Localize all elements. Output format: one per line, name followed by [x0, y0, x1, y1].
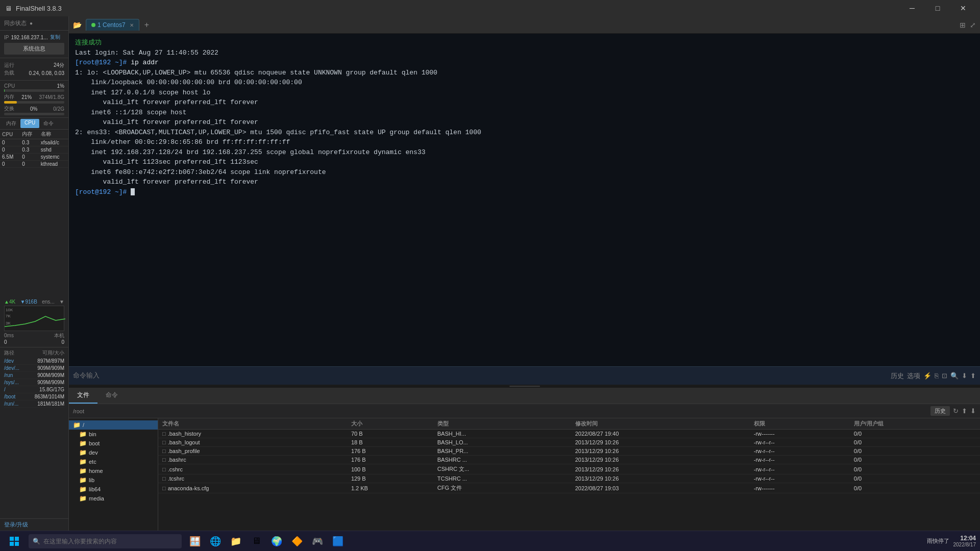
- file-icon: □: [162, 457, 166, 463]
- taskbar-app-button[interactable]: 🔶: [288, 532, 306, 550]
- net-recv: 0: [61, 339, 64, 345]
- lightning-button[interactable]: ⚡: [923, 372, 932, 380]
- file-list: 文件名大小类型修改时间权限用户/用户组 □.bash_history 70 B …: [158, 418, 980, 531]
- tree-item[interactable]: 📁etc: [69, 457, 158, 466]
- conn-tab-close[interactable]: ✕: [130, 22, 134, 28]
- search-button[interactable]: 🔍: [950, 372, 959, 380]
- file-row[interactable]: □.bash_history 70 B BASH_HI... 2022/08/2…: [158, 430, 980, 438]
- history-toolbar-button[interactable]: 历史: [930, 406, 950, 416]
- folder-icon: 📁: [79, 467, 87, 474]
- fb-col-size[interactable]: 大小: [347, 418, 433, 430]
- runtime-section: 运行 24分 负载 0.24, 0.08, 0.03: [0, 58, 68, 81]
- mem-label: 内存: [4, 93, 14, 101]
- terminal-line: [root@192 ~]#: [75, 187, 974, 197]
- fb-col-name[interactable]: 文件名: [158, 418, 347, 430]
- login-upgrade-button[interactable]: 登录/升级: [4, 521, 28, 529]
- tree-item[interactable]: 📁lib: [69, 475, 158, 485]
- fb-col-perms[interactable]: 权限: [750, 418, 850, 430]
- proc-tab-mem[interactable]: 内存: [2, 119, 20, 128]
- conn-tab-centos7[interactable]: 1 Centos7 ✕: [86, 19, 139, 31]
- add-tab-button[interactable]: +: [141, 20, 152, 30]
- tree-item[interactable]: 📁media: [69, 494, 158, 503]
- fb-col-modified[interactable]: 修改时间: [571, 418, 750, 430]
- file-row[interactable]: □.bashrc 176 B BASHRC ... 2013/12/29 10:…: [158, 456, 980, 464]
- copy-button[interactable]: ⎘: [935, 372, 939, 380]
- time-display: 12:04: [953, 535, 976, 542]
- minimize-button[interactable]: ─: [900, 0, 924, 16]
- proc-col-cpu: CPU: [0, 130, 20, 139]
- folder-icon[interactable]: 📂: [73, 21, 82, 29]
- taskbar-app-button[interactable]: 🪟: [186, 532, 204, 550]
- file-row[interactable]: □anaconda-ks.cfg 1.2 KB CFG 文件 2022/08/2…: [158, 483, 980, 493]
- app-title-text: FinalShell 3.8.3: [16, 5, 62, 12]
- terminal-line: [root@192 ~]# ip addr: [75, 58, 974, 68]
- sys-info-button[interactable]: 系统信息: [4, 43, 64, 55]
- runtime-label: 运行: [4, 62, 14, 69]
- disk-row: /15.8G/17G: [4, 386, 64, 393]
- net-expand-icon[interactable]: ▼: [59, 299, 64, 305]
- file-row[interactable]: □.bash_profile 176 B BASH_PR... 2013/12/…: [158, 447, 980, 456]
- process-tabs: 内存 CPU 命令: [0, 118, 68, 130]
- option-button[interactable]: 选项: [907, 371, 920, 381]
- disk-col-path: 路径: [4, 349, 14, 357]
- download-file-button[interactable]: ⬇: [970, 407, 976, 415]
- taskbar-app-button[interactable]: 🌍: [267, 532, 286, 550]
- fb-col-type[interactable]: 类型: [433, 418, 571, 430]
- folder-icon: 📁: [79, 495, 87, 502]
- terminal-line: valid_lft 1123sec preferred_lft 1123sec: [75, 157, 974, 167]
- taskbar-app-button[interactable]: 🟦: [329, 532, 347, 550]
- start-button[interactable]: [4, 531, 24, 552]
- search-icon: 🔍: [33, 538, 40, 545]
- taskbar-search-input[interactable]: [43, 538, 156, 545]
- close-button[interactable]: ✕: [951, 0, 975, 16]
- app-icon: 🌍: [271, 536, 282, 547]
- upload-file-button[interactable]: ⬆: [962, 407, 967, 415]
- copy-ip-button[interactable]: 复制: [50, 34, 60, 41]
- tree-item[interactable]: 📁boot: [69, 439, 158, 448]
- expand-button[interactable]: ⤢: [970, 21, 976, 29]
- proc-col-mem: 内存: [20, 130, 38, 139]
- folder-icon: 📁: [73, 421, 81, 429]
- tree-item[interactable]: 📁bin: [69, 430, 158, 439]
- file-tree: 📁/📁bin📁boot📁dev📁etc📁home📁lib📁lib64📁media: [69, 418, 158, 531]
- tree-item[interactable]: 📁dev: [69, 448, 158, 457]
- folder-icon: 📁: [79, 449, 87, 456]
- download-button[interactable]: ⬇: [962, 372, 967, 380]
- upload-button[interactable]: ⬆: [970, 372, 976, 380]
- titlebar: 🖥 FinalShell 3.8.3 ─ □ ✕: [0, 0, 980, 16]
- file-browser: 文件 命令 /root 历史 ↻ ⬆ ⬇ 📁/📁bin📁boot📁dev📁etc…: [69, 388, 980, 531]
- refresh-button[interactable]: ↻: [953, 407, 959, 415]
- cpu-label: CPU: [4, 83, 15, 89]
- proc-tab-cpu[interactable]: CPU: [20, 119, 39, 128]
- taskbar-app-button[interactable]: 📁: [227, 532, 245, 550]
- terminal-line: 2: ens33: <BROADCAST,MULTICAST,UP,LOWER_…: [75, 128, 974, 138]
- taskbar-app-button[interactable]: 🖥: [247, 532, 265, 550]
- terminal-line: valid_lft forever preferred_lft forever: [75, 177, 974, 187]
- file-row[interactable]: □.tcshrc 129 B TCSHRC ... 2013/12/29 10:…: [158, 474, 980, 483]
- fb-col-owner[interactable]: 用户/用户组: [850, 418, 980, 430]
- taskbar-app-button[interactable]: 🎮: [308, 532, 327, 550]
- fb-tab-cmd[interactable]: 命令: [97, 388, 126, 404]
- file-row[interactable]: □.cshrc 100 B CSHRC 文... 2013/12/29 10:2…: [158, 464, 980, 474]
- history-button[interactable]: 历史: [891, 371, 904, 381]
- swap-label: 交换: [4, 105, 14, 112]
- current-path: /root: [73, 408, 84, 414]
- tree-item[interactable]: 📁lib64: [69, 485, 158, 494]
- snippet-button[interactable]: ⊡: [942, 372, 947, 380]
- maximize-button[interactable]: □: [926, 0, 949, 16]
- tree-item[interactable]: 📁home: [69, 466, 158, 475]
- taskbar: 🔍 🪟🌐📁🖥🌍🔶🎮🟦 雨快停了 12:04 2022/8/17: [0, 531, 980, 551]
- terminal[interactable]: 连接成功Last login: Sat Aug 27 11:40:55 2022…: [69, 34, 980, 366]
- terminal-line: inet6 ::1/128 scope host: [75, 108, 974, 118]
- file-row[interactable]: □.bash_logout 18 B BASH_LO... 2013/12/29…: [158, 438, 980, 447]
- process-row: 00kthread: [0, 161, 68, 168]
- tree-item[interactable]: 📁/: [69, 420, 158, 430]
- taskbar-app-button[interactable]: 🌐: [206, 532, 225, 550]
- load-label: 负载: [4, 69, 14, 77]
- grid-view-button[interactable]: ⊞: [960, 21, 966, 29]
- fb-tab-files[interactable]: 文件: [69, 388, 97, 404]
- terminal-line: link/ether 00:0c:29:8c:65:86 brd ff:ff:f…: [75, 137, 974, 147]
- command-input[interactable]: [73, 372, 887, 380]
- svg-rect-3: [10, 537, 14, 541]
- proc-tab-cmd[interactable]: 命令: [39, 119, 58, 128]
